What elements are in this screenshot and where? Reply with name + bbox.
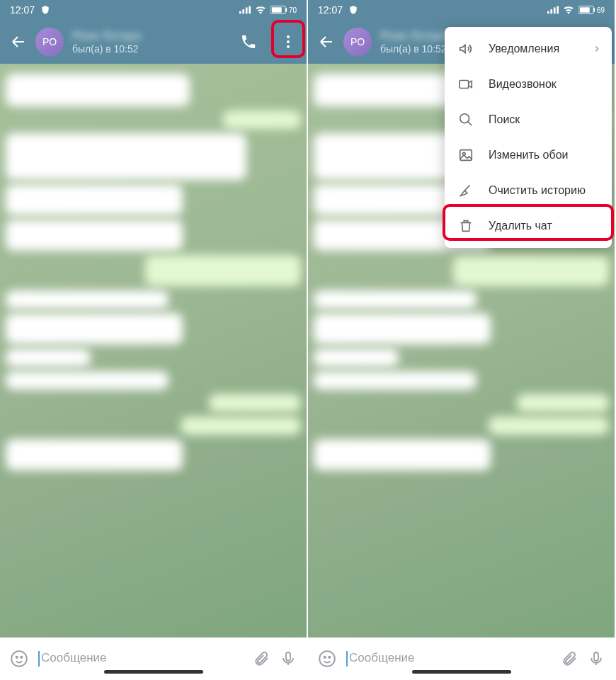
chat-header: PO Роик Лотаро был(а) в 10:52 (0, 20, 307, 64)
message-input-bar: Сообщение (308, 638, 615, 680)
menu-label: Изменить обои (489, 149, 569, 162)
emoji-icon[interactable] (318, 650, 336, 668)
svg-rect-17 (557, 6, 559, 14)
svg-point-26 (324, 657, 326, 658)
avatar[interactable]: PO (343, 28, 372, 56)
menu-label: Поиск (489, 113, 520, 126)
menu-notifications[interactable]: Уведомления (445, 31, 612, 67)
shield-icon (40, 5, 50, 15)
search-icon (457, 112, 474, 128)
menu-delete-chat[interactable]: Удалить чат (445, 208, 612, 244)
input-placeholder: Сообщение (41, 651, 107, 664)
speaker-icon (457, 41, 474, 57)
chevron-right-icon (592, 44, 602, 54)
avatar-initials: PO (350, 36, 365, 47)
menu-label: Видеозвонок (489, 78, 557, 91)
mic-icon[interactable] (588, 650, 605, 667)
mic-icon[interactable] (280, 650, 297, 667)
wifi-icon (563, 6, 574, 14)
status-bar: 12:07 69 (308, 0, 615, 20)
svg-point-25 (319, 651, 335, 667)
svg-rect-21 (460, 81, 469, 89)
svg-rect-15 (550, 9, 552, 13)
menu-label: Очистить историю (489, 184, 586, 197)
contact-status: был(а) в 10:52 (72, 43, 224, 55)
battery-icon: 70 (270, 6, 297, 14)
home-indicator (104, 670, 203, 674)
status-time: 12:07 (318, 4, 343, 16)
contact-name: Роик Лотаро (72, 29, 224, 43)
image-icon (457, 147, 474, 163)
options-dropdown: Уведомления Видеозвонок Поиск Изменить о… (445, 27, 612, 248)
menu-search[interactable]: Поиск (445, 102, 612, 137)
emoji-icon[interactable] (10, 650, 28, 668)
svg-point-7 (287, 35, 290, 38)
call-button[interactable] (233, 26, 264, 57)
video-icon (457, 76, 474, 92)
more-menu-button[interactable] (273, 26, 304, 57)
left-screenshot: 12:07 70 PO Роик Лотаро был(а) в 10:52 (0, 0, 308, 680)
trash-icon (457, 218, 474, 234)
menu-clear-history[interactable]: Очистить историю (445, 173, 612, 208)
chat-messages-area[interactable] (0, 64, 307, 638)
message-input[interactable]: Сообщение (346, 651, 551, 667)
svg-point-8 (287, 40, 290, 43)
header-title-block[interactable]: Роик Лотаро был(а) в 10:52 (72, 29, 224, 55)
menu-label: Удалить чат (489, 220, 552, 232)
menu-wallpaper[interactable]: Изменить обои (445, 137, 612, 173)
avatar[interactable]: PO (35, 28, 64, 56)
back-button[interactable] (318, 33, 335, 50)
message-input[interactable]: Сообщение (38, 651, 243, 667)
signal-icon (239, 6, 251, 14)
home-indicator (412, 670, 511, 674)
svg-point-27 (329, 657, 330, 658)
svg-rect-5 (285, 8, 287, 12)
svg-rect-14 (547, 11, 549, 14)
svg-point-11 (16, 657, 18, 658)
menu-label: Уведомления (489, 42, 559, 55)
message-input-bar: Сообщение (0, 638, 307, 680)
svg-point-12 (21, 657, 22, 658)
status-bar: 12:07 70 (0, 0, 307, 20)
svg-rect-20 (580, 7, 590, 12)
svg-point-10 (11, 651, 27, 667)
menu-videocall[interactable]: Видеозвонок (445, 67, 612, 102)
svg-rect-28 (594, 652, 598, 661)
wifi-icon (255, 6, 266, 14)
shield-icon (348, 5, 358, 15)
svg-rect-1 (242, 9, 244, 13)
signal-icon (547, 6, 559, 14)
svg-rect-0 (239, 11, 241, 14)
avatar-initials: PO (42, 36, 57, 47)
right-screenshot: 12:07 69 PO Роик Лотаро был(а) в 10:52 У… (308, 0, 616, 680)
back-button[interactable] (10, 33, 27, 50)
battery-icon: 69 (578, 6, 605, 14)
input-placeholder: Сообщение (349, 651, 415, 664)
attach-icon[interactable] (253, 650, 270, 667)
attach-icon[interactable] (561, 650, 578, 667)
svg-point-22 (460, 114, 469, 123)
svg-rect-13 (286, 652, 290, 661)
status-time: 12:07 (10, 4, 35, 16)
broom-icon (457, 183, 474, 198)
svg-rect-19 (593, 8, 595, 12)
svg-rect-6 (272, 7, 282, 12)
svg-rect-3 (249, 6, 251, 14)
svg-rect-2 (246, 7, 248, 13)
svg-rect-23 (460, 150, 472, 161)
svg-rect-16 (554, 7, 556, 13)
svg-point-9 (287, 45, 290, 48)
